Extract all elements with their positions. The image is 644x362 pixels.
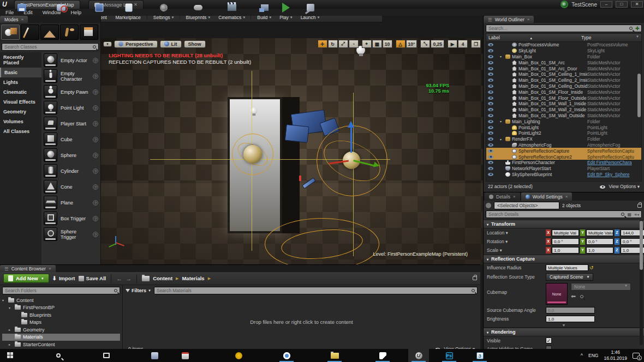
placement-item[interactable]: Sphere ? [41, 147, 100, 163]
placement-category[interactable]: Lights [0, 77, 41, 87]
mode-paint-button[interactable] [21, 25, 39, 40]
placement-item[interactable]: Cylinder ? [41, 163, 100, 179]
gizmo-z-axis[interactable] [350, 126, 352, 153]
placement-thumbnail[interactable] [44, 164, 57, 178]
actor-type[interactable]: PointLight [587, 125, 641, 130]
dropdown-caret-icon[interactable]: ▼ [290, 16, 293, 19]
outliner-row[interactable]: ▾ RenderFX Folder [486, 136, 641, 142]
lighting-warning[interactable]: LIGHTING NEEDS TO BE REBUILT (28 unbuilt… [109, 52, 223, 58]
x-value-field[interactable]: 0,0 ° [552, 238, 579, 245]
rendering-section-header[interactable]: ▾Rendering [484, 328, 644, 336]
placement-item[interactable]: Player Start ? [41, 116, 100, 131]
start-button[interactable] [0, 349, 21, 362]
visibility-eye-icon[interactable] [488, 108, 493, 111]
help-icon[interactable]: ? [93, 184, 98, 190]
transform-row-label[interactable]: Rotation ▾ [487, 239, 546, 244]
taskbar-search-button[interactable] [48, 349, 69, 362]
placement-thumbnail[interactable] [44, 180, 57, 194]
transform-row-label[interactable]: Scale ▾ [487, 248, 546, 253]
display-filter-icon[interactable]: 👁▾ [634, 213, 639, 216]
asset-view-pane[interactable]: Filters▼ Search Materials Drop files her… [123, 285, 480, 353]
placement-category[interactable]: Volumes [0, 117, 41, 126]
outliner-row[interactable]: PostProcessVolume PostProcessVolume [486, 42, 641, 48]
tray-expand-icon[interactable]: ^ [581, 353, 583, 358]
x-value-field[interactable]: 1,0 [552, 247, 579, 254]
outliner-row[interactable]: SphereReflectionCapture SphereReflection… [486, 148, 641, 154]
actor-type[interactable]: StaticMeshActor [587, 101, 641, 106]
placement-category[interactable]: Visual Effects [0, 97, 41, 107]
content-browser-close-icon[interactable]: × [49, 266, 51, 271]
source-type-dropdown[interactable]: Captured Scene▼ [546, 273, 593, 281]
scale-snap-value[interactable]: 0,25 [431, 40, 444, 48]
dropdown-caret-icon[interactable]: ▼ [317, 16, 320, 19]
outliner-row[interactable]: PointLight2 PointLight [486, 130, 641, 136]
help-icon[interactable]: ? [93, 200, 98, 206]
placement-thumbnail[interactable] [44, 132, 57, 146]
placement-item[interactable]: Empty Actor ? [41, 52, 100, 68]
language-indicator[interactable]: ENG [588, 353, 598, 358]
sort-arrow-icon[interactable]: ▲ [529, 37, 533, 40]
outliner-scrollbar[interactable] [637, 74, 641, 117]
menu-item[interactable]: Help [70, 9, 81, 15]
camera-speed-value[interactable]: 4 [458, 40, 468, 48]
dropdown-caret-icon[interactable]: ▼ [269, 16, 272, 19]
expand-more-button[interactable]: ▼ [484, 323, 644, 328]
taskbar-app-afterburner[interactable] [228, 349, 249, 362]
placement-item[interactable]: Empty Pawn ? [41, 84, 100, 100]
browse-icon[interactable] [580, 295, 583, 298]
outliner-row[interactable]: ▾ Main_Lighting Folder [486, 118, 641, 124]
outliner-row[interactable]: Main_Box_01_SM_Wall_1_Inside StaticMeshA… [486, 101, 641, 107]
content-lock-icon[interactable] [473, 276, 477, 280]
placement-thumbnail[interactable] [44, 69, 57, 83]
transform-section-header[interactable]: ▾Transform [484, 220, 644, 228]
maximize-button[interactable]: □ [616, 1, 628, 8]
outliner-row[interactable]: Main_Box_01_SM_Ceiling_Outside StaticMes… [486, 83, 641, 89]
outliner-row[interactable]: SkySphereBlueprint Edit BP_Sky_Sphere [486, 172, 641, 178]
outliner-search-input[interactable]: Search... ✚ [486, 25, 642, 32]
breadcrumb-root[interactable]: Content [153, 275, 172, 281]
actor-type[interactable]: SphereReflectionCaptu [587, 148, 641, 154]
reflection-capture-gizmo[interactable] [243, 145, 262, 164]
visibility-eye-icon[interactable] [488, 173, 493, 176]
actor-type[interactable]: StaticMeshActor [587, 95, 641, 101]
filter-add-icon[interactable]: ✚ [635, 26, 639, 31]
camera-speed-button[interactable]: ▶ [448, 40, 457, 48]
placement-thumbnail[interactable] [44, 148, 57, 162]
outliner-row[interactable]: Main_Box_01_SM_Floor_Outside StaticMeshA… [486, 95, 641, 101]
y-value-field[interactable]: 1,0 [586, 247, 613, 254]
expand-arrow-icon[interactable]: ▾ [500, 119, 504, 123]
outliner-view-options[interactable]: View Options ▾ [598, 184, 640, 189]
visibility-eye-icon[interactable] [488, 61, 493, 64]
scale-snap-button[interactable]: ⤡ [420, 40, 430, 48]
lit-button[interactable]: Lit [160, 40, 182, 48]
dropdown-caret-icon[interactable]: ▼ [207, 16, 211, 19]
visibility-eye-icon[interactable] [488, 96, 493, 100]
cubemap-thumbnail[interactable]: None [546, 283, 568, 305]
visibility-eye-icon[interactable] [488, 131, 493, 135]
grid-snap-button[interactable]: ▦ [372, 40, 382, 48]
expand-arrow-icon[interactable]: ▸ [9, 328, 13, 331]
placement-thumbnail[interactable] [44, 117, 57, 130]
column-options-icon[interactable]: ▼ [636, 35, 639, 40]
folder-tree-item[interactable]: ▸ StarterContent [2, 341, 120, 348]
notification-icon[interactable]: 1 [633, 353, 640, 359]
cubemap-dropdown[interactable]: None▼ [571, 283, 631, 291]
outliner-row[interactable]: Main_Box_01_SM_Arc_Door StaticMeshActor [486, 65, 641, 71]
folder-tree-item[interactable]: ▾ Content [2, 297, 120, 304]
reflection-section-header[interactable]: ▾Reflection Capture [484, 255, 644, 263]
taskbar-app-photoshop[interactable]: Ps [439, 349, 460, 362]
visibility-eye-icon[interactable] [488, 155, 493, 159]
visibility-eye-icon[interactable] [488, 79, 493, 82]
dropdown-caret-icon[interactable]: ▼ [171, 16, 175, 19]
help-icon[interactable]: ? [93, 121, 98, 126]
scale-tool-button[interactable]: ⤢ [338, 40, 348, 48]
folder-tree-item[interactable]: Blueprints [2, 311, 120, 319]
placement-thumbnail[interactable] [44, 85, 57, 99]
help-icon[interactable]: ? [93, 137, 98, 142]
angle-snap-button[interactable]: △ [396, 40, 406, 48]
placement-category[interactable]: Recently Placed [0, 52, 41, 68]
back-button[interactable]: ← [116, 275, 122, 282]
visibility-eye-icon[interactable] [488, 55, 493, 58]
y-value-field[interactable]: 0,0 ° [586, 238, 613, 245]
help-icon[interactable]: ? [93, 74, 98, 79]
